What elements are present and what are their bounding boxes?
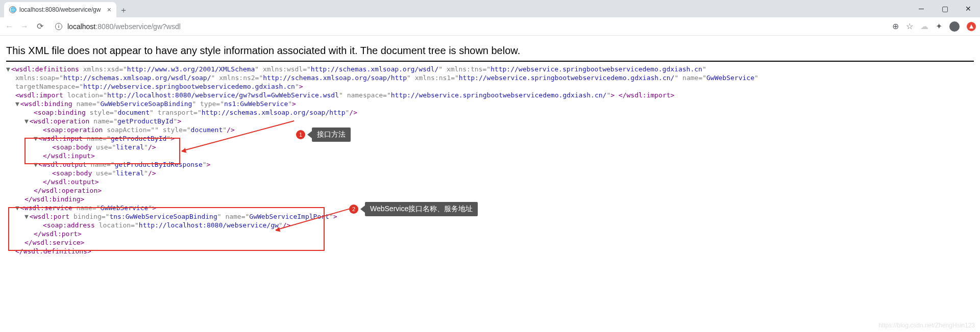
address-bar[interactable]: i localhost:8080/webservice/gw?wsdl bbox=[55, 22, 181, 31]
globe-icon: 🌐 bbox=[9, 6, 16, 13]
expand-icon[interactable]: ▼ bbox=[34, 161, 38, 168]
annotation-number-2: 2 bbox=[349, 205, 358, 214]
annotation-number-1: 1 bbox=[296, 130, 305, 139]
url-text: localhost:8080/webservice/gw?wsdl bbox=[67, 22, 181, 31]
back-button[interactable]: ← bbox=[4, 21, 14, 32]
page-content: This XML file does not appear to have an… bbox=[0, 36, 980, 260]
forward-button[interactable]: → bbox=[19, 21, 30, 32]
close-window-button[interactable]: ✕ bbox=[957, 0, 980, 17]
tab-strip: 🌐 localhost:8080/webservice/gw × ＋ ─ ▢ ✕ bbox=[0, 0, 980, 17]
new-tab-button[interactable]: ＋ bbox=[116, 3, 131, 17]
maximize-button[interactable]: ▢ bbox=[933, 0, 957, 17]
expand-icon[interactable]: ▼ bbox=[34, 135, 38, 142]
expand-icon[interactable]: ▼ bbox=[24, 213, 29, 220]
toolbar: ← → ⟳ i localhost:8080/webservice/gw?wsd… bbox=[0, 17, 980, 36]
window-controls: ─ ▢ ✕ bbox=[910, 0, 980, 17]
extension-badge[interactable] bbox=[967, 22, 976, 31]
minimize-button[interactable]: ─ bbox=[910, 0, 933, 17]
xml-tree: ▼<wsdl:definitions xmlns:xsd="http://www… bbox=[6, 65, 974, 256]
divider bbox=[6, 61, 974, 62]
expand-icon[interactable]: ▼ bbox=[15, 204, 19, 212]
annotation-label-1: 接口方法 bbox=[312, 127, 351, 142]
annotation-label-2: WebService接口名称、服务地址 bbox=[365, 202, 478, 216]
annotation-2: 2 WebService接口名称、服务地址 bbox=[349, 202, 478, 216]
site-info-icon[interactable]: i bbox=[55, 23, 62, 30]
expand-icon[interactable]: ▼ bbox=[24, 117, 29, 125]
close-tab-icon[interactable]: × bbox=[107, 6, 111, 14]
star-icon[interactable]: ☆ bbox=[906, 21, 913, 31]
tab-title: localhost:8080/webservice/gw bbox=[19, 6, 101, 13]
search-icon[interactable]: ⊕ bbox=[892, 21, 899, 31]
browser-tab[interactable]: 🌐 localhost:8080/webservice/gw × bbox=[4, 2, 116, 17]
reload-button[interactable]: ⟳ bbox=[35, 21, 45, 32]
extensions-icon[interactable]: ✦ bbox=[936, 21, 942, 31]
expand-icon[interactable]: ▼ bbox=[15, 100, 19, 108]
profile-avatar[interactable] bbox=[949, 21, 960, 32]
xml-warning-message: This XML file does not appear to have an… bbox=[6, 40, 974, 61]
annotation-1: 1 接口方法 bbox=[296, 127, 351, 142]
cloud-icon[interactable]: ☁ bbox=[920, 21, 928, 31]
expand-icon[interactable]: ▼ bbox=[6, 65, 10, 73]
